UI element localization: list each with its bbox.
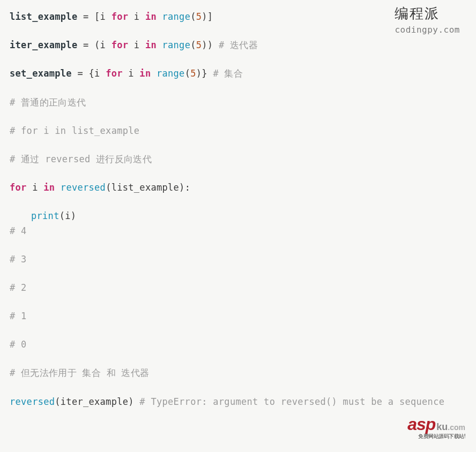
output-2: # 2 [10, 282, 27, 293]
output-4: # 4 [10, 225, 27, 236]
fn-reversed: reversed [61, 182, 106, 193]
code-line-6: # 通过 reversed 进行反向迭代 [10, 152, 466, 167]
watermark-asp: asp [407, 415, 435, 434]
fn-print: print [31, 210, 59, 221]
number-5: 5 [196, 11, 202, 22]
output-1: # 1 [10, 311, 27, 321]
code-line-12: # 1 [10, 309, 466, 323]
fn-range: range [157, 68, 185, 79]
watermark-aspku: aspku.com 免费网站源码下载站! [407, 415, 465, 440]
keyword-for: for [10, 182, 27, 193]
code-line-11: # 2 [10, 281, 466, 295]
code-line-2: iter_example = (i for i in range(5)) # 迭… [10, 38, 466, 52]
watermark-codingpy: 编程派 codingpy.com [395, 4, 460, 35]
watermark-ku: ku [436, 421, 448, 432]
keyword-for: for [111, 40, 129, 50]
var-set-example: set_example [10, 68, 72, 79]
keyword-in: in [145, 11, 157, 22]
keyword-in: in [145, 40, 157, 50]
code-line-9: # 4 [10, 224, 466, 238]
number-5: 5 [190, 68, 196, 79]
watermark-com: .com [448, 423, 465, 432]
code-line-5: # for i in list_example [10, 124, 466, 138]
fn-reversed: reversed [10, 396, 55, 407]
comment-iterator: # 迭代器 [213, 40, 258, 50]
keyword-in: in [43, 182, 55, 193]
comment-forward-iter: # 普通的正向迭代 [10, 97, 86, 108]
comment-for-i: # for i in list_example [10, 125, 139, 136]
fn-range: range [162, 11, 191, 22]
code-line-8: print(i) [10, 209, 466, 223]
output-0: # 0 [10, 339, 27, 350]
keyword-in: in [139, 68, 151, 79]
var-list-example: list_example [10, 11, 77, 22]
code-line-14: # 但无法作用于 集合 和 迭代器 [10, 366, 466, 380]
watermark-brand-cn: 编程派 [395, 4, 460, 23]
comment-not-apply: # 但无法作用于 集合 和 迭代器 [10, 367, 149, 378]
comment-reversed: # 通过 reversed 进行反向迭代 [10, 154, 152, 164]
code-line-15: reversed(iter_example) # TypeError: argu… [10, 395, 466, 409]
comment-typeerror: # TypeError: argument to reversed() must… [134, 396, 444, 407]
output-3: # 3 [10, 254, 27, 265]
code-block: list_example = [i for i in range(5)] ite… [10, 10, 466, 409]
code-line-7: for i in reversed(list_example): [10, 180, 466, 195]
var-iter-example: iter_example [10, 40, 77, 50]
code-line-3: set_example = {i for i in range(5)} # 集合 [10, 66, 466, 81]
keyword-for: for [111, 11, 129, 22]
comment-set: # 集合 [207, 68, 243, 79]
watermark-brand-en: codingpy.com [395, 25, 460, 35]
fn-range: range [162, 40, 191, 50]
code-line-13: # 0 [10, 337, 466, 352]
code-line-4: # 普通的正向迭代 [10, 95, 466, 110]
number-5: 5 [196, 40, 202, 50]
code-line-10: # 3 [10, 252, 466, 267]
keyword-for: for [106, 68, 123, 79]
